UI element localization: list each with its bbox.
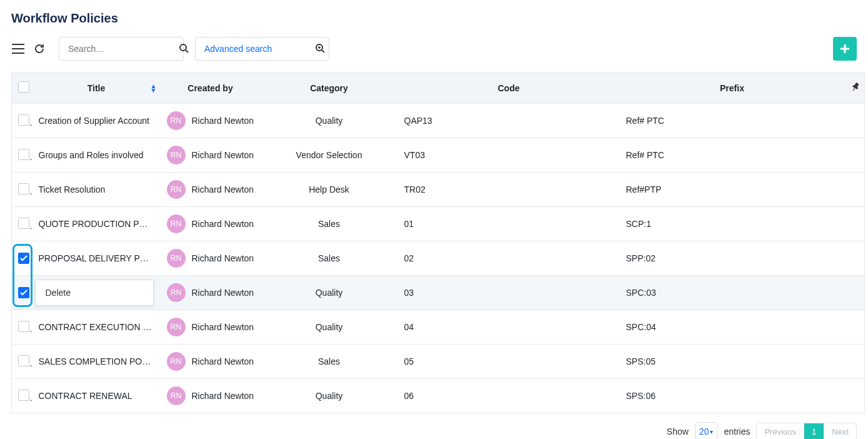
col-checkbox (12, 73, 32, 104)
avatar: RN (167, 214, 186, 233)
cell-pin (845, 345, 865, 379)
avatar: RN (167, 318, 186, 336)
footer-entries-label: entries (724, 426, 750, 436)
cell-prefix: SPS:06 (620, 379, 845, 413)
cell-prefix: SCP:1 (620, 207, 845, 241)
col-title-label: Title (87, 83, 106, 93)
table-row[interactable]: QUOTE PRODUCTION POLICY ...RNRichard New… (12, 207, 865, 241)
search-icon[interactable] (179, 43, 189, 55)
row-checkbox[interactable] (18, 253, 29, 264)
table-row[interactable]: CONTRACT RENEWALRNRichard NewtonQuality0… (12, 379, 865, 413)
cell-category: Quality (261, 379, 398, 413)
cell-category: Sales (261, 207, 398, 241)
creator-name: Richard Newton (192, 253, 254, 263)
select-all-checkbox[interactable] (18, 81, 29, 93)
cell-code: 04 (398, 310, 620, 345)
cell-prefix: SPC:04 (620, 310, 845, 345)
cell-code: 06 (398, 379, 620, 413)
col-title[interactable]: Title ▲▼ (32, 73, 161, 104)
cell-code: TR02 (398, 173, 620, 207)
cell-title: Groups and Roles involved (32, 138, 161, 173)
creator-name: Richard Newton (192, 288, 254, 298)
creator-name: Richard Newton (192, 116, 254, 126)
svg-point-0 (180, 44, 186, 51)
avatar: RN (167, 180, 186, 199)
table-row[interactable]: SALES COMPLETION POLICY (...RNRichard Ne… (12, 345, 865, 379)
creator-name: Richard Newton (192, 356, 254, 366)
creator-name: Richard Newton (192, 150, 254, 160)
cell-title: SALES COMPLETION POLICY (... (32, 345, 161, 379)
cell-created-by: RNRichard Newton (161, 276, 261, 310)
row-checkbox[interactable] (18, 149, 29, 160)
advanced-search-icon[interactable] (315, 43, 325, 55)
cell-code: 05 (398, 345, 620, 379)
cell-created-by: RNRichard Newton (161, 310, 261, 345)
cell-pin (845, 173, 865, 207)
creator-name: Richard Newton (192, 391, 254, 401)
avatar: RN (167, 111, 186, 130)
cell-code: VT03 (398, 138, 620, 173)
cell-category: Help Desk (261, 173, 398, 207)
toolbar (11, 37, 857, 61)
cell-created-by: RNRichard Newton (161, 138, 261, 173)
page-size-select[interactable]: 20 ▾ (695, 422, 718, 439)
table-row[interactable]: Creation of Supplier AccountRNRichard Ne… (12, 104, 865, 138)
chevron-down-icon: ▾ (710, 428, 713, 435)
cell-prefix: Ref#PTP (620, 173, 845, 207)
cell-code: 03 (398, 276, 620, 310)
row-checkbox[interactable] (18, 183, 29, 194)
pager-page-1[interactable]: 1 (804, 423, 824, 440)
col-created-by[interactable]: Created by (161, 73, 261, 104)
cell-title: CONTRACT EXECUTION POLICY (32, 310, 161, 345)
row-checkbox[interactable] (18, 321, 29, 332)
advanced-search-input[interactable] (203, 43, 315, 54)
cell-code: 01 (398, 207, 620, 241)
cell-created-by: RNRichard Newton (161, 207, 261, 241)
cell-created-by: RNRichard Newton (161, 104, 261, 138)
creator-name: Richard Newton (192, 219, 254, 229)
pager-previous[interactable]: Previous (757, 423, 804, 440)
col-prefix[interactable]: Prefix (620, 73, 845, 104)
row-checkbox[interactable] (18, 390, 29, 401)
search-input-wrap (59, 37, 184, 61)
row-checkbox[interactable] (18, 114, 29, 126)
cell-prefix: SPC:03 (620, 276, 845, 310)
cell-title: QUOTE PRODUCTION POLICY ... (32, 207, 161, 241)
col-code[interactable]: Code (398, 73, 620, 104)
cell-pin (845, 207, 865, 241)
cell-pin (845, 104, 865, 138)
policies-table: Title ▲▼ Created by Category Code Prefix… (11, 72, 865, 413)
svg-line-3 (322, 50, 324, 53)
refresh-icon[interactable] (32, 42, 46, 56)
advanced-search-wrap[interactable] (195, 37, 329, 61)
cell-code: 02 (398, 241, 620, 276)
cell-category: Quality (261, 310, 398, 345)
add-button[interactable] (833, 37, 857, 61)
context-menu-delete[interactable]: Delete (36, 284, 153, 301)
search-input[interactable] (67, 43, 179, 54)
context-menu: Delete (35, 280, 154, 306)
cell-category: Quality (261, 276, 398, 310)
cell-prefix: SPS:05 (620, 345, 845, 379)
menu-icon[interactable] (11, 42, 25, 56)
avatar: RN (167, 386, 186, 405)
cell-title: PROPOSAL DELIVERY POLICY (... (32, 241, 161, 276)
row-checkbox[interactable] (18, 355, 29, 366)
col-category[interactable]: Category (261, 73, 398, 104)
pager-next[interactable]: Next (824, 423, 856, 440)
row-checkbox[interactable] (18, 287, 29, 298)
col-pin[interactable] (845, 73, 865, 104)
svg-line-1 (186, 50, 188, 53)
cell-created-by: RNRichard Newton (161, 379, 261, 413)
table-row[interactable]: CONTRACT EXECUTION POLICYRNRichard Newto… (12, 310, 865, 345)
cell-title: CONTRACT RENEWAL (32, 379, 161, 413)
creator-name: Richard Newton (192, 184, 254, 194)
cell-prefix: Ref# PTC (620, 138, 845, 173)
table-row[interactable]: Ticket ResolutionRNRichard NewtonHelp De… (12, 173, 865, 207)
avatar: RN (167, 146, 186, 164)
cell-created-by: RNRichard Newton (161, 173, 261, 207)
table-row[interactable]: PROPOSAL DELIVERY POLICY (...RNRichard N… (12, 241, 865, 276)
row-checkbox[interactable] (18, 218, 29, 229)
table-row[interactable]: Groups and Roles involvedRNRichard Newto… (12, 138, 865, 173)
creator-name: Richard Newton (192, 322, 254, 332)
